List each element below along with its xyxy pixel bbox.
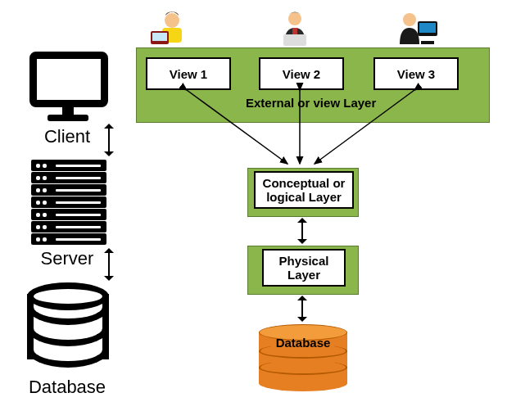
database-label: Database — [18, 377, 116, 398]
view-3-label: View 3 — [397, 67, 435, 81]
svg-rect-3 — [152, 33, 167, 41]
svg-line-12 — [187, 90, 287, 164]
server-icon — [31, 160, 106, 246]
monitor-neck — [62, 106, 74, 115]
svg-point-7 — [403, 13, 416, 26]
arrows-views-to-conceptual — [136, 82, 488, 176]
conceptual-line-2: logical Layer — [266, 190, 342, 204]
view-2-label: View 2 — [283, 67, 320, 81]
database-icon — [27, 282, 109, 373]
arrow-conceptual-physical — [301, 221, 303, 241]
client-label: Client — [18, 126, 116, 147]
conceptual-box: Conceptual or logical Layer — [254, 171, 354, 209]
monitor-base — [48, 115, 88, 121]
conceptual-line-1: Conceptual or — [263, 176, 346, 190]
svg-point-4 — [288, 12, 301, 25]
monitor-icon — [29, 52, 108, 107]
user-icon-2 — [270, 10, 319, 47]
svg-line-14 — [315, 90, 414, 164]
arrow-client-server — [108, 127, 110, 153]
svg-rect-11 — [421, 41, 434, 44]
svg-rect-9 — [419, 23, 436, 33]
physical-box: Physical Layer — [262, 249, 346, 287]
database-cylinder-label: Database — [259, 336, 347, 350]
database-cylinder — [259, 324, 347, 391]
user-icon-3 — [393, 10, 442, 47]
physical-line-2: Layer — [287, 268, 320, 282]
arrow-server-database — [108, 251, 110, 278]
server-label: Server — [18, 248, 116, 269]
physical-line-1: Physical — [279, 254, 329, 268]
user-icon-1 — [147, 10, 197, 47]
svg-point-0 — [165, 13, 179, 28]
arrow-physical-database — [301, 299, 303, 318]
view-1-label: View 1 — [170, 67, 207, 81]
svg-rect-6 — [283, 34, 306, 46]
